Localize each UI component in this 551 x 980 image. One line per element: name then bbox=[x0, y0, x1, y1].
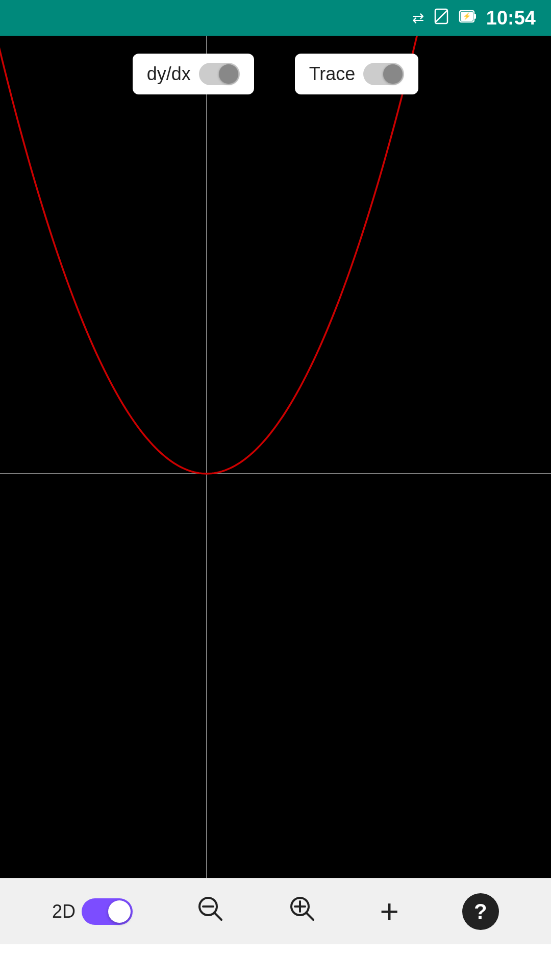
help-item[interactable]: ? bbox=[462, 893, 499, 930]
controls-overlay: dy/dx Trace bbox=[0, 54, 551, 94]
zoom-out-icon bbox=[196, 894, 224, 929]
bottom-toolbar: 2D bbox=[0, 878, 551, 944]
mode-2d-label: 2D bbox=[52, 901, 76, 922]
dydx-knob bbox=[219, 64, 238, 84]
help-label: ? bbox=[474, 899, 487, 924]
signal-icon bbox=[433, 8, 449, 28]
mode-2d-toggle[interactable] bbox=[82, 898, 133, 925]
mode-2d-item: 2D bbox=[52, 898, 133, 925]
zoom-in-item[interactable] bbox=[288, 894, 316, 929]
dydx-toggle-box[interactable]: dy/dx bbox=[133, 54, 254, 94]
graph-canvas bbox=[0, 36, 551, 944]
battery-icon: ⚡ bbox=[459, 7, 477, 29]
status-bar: ⇄ ⚡ 10:54 bbox=[0, 0, 551, 36]
trace-toggle[interactable] bbox=[363, 63, 404, 85]
zoom-in-icon bbox=[288, 894, 316, 929]
trace-label: Trace bbox=[309, 63, 356, 85]
help-icon: ? bbox=[462, 893, 499, 930]
graph-area[interactable]: dy/dx Trace 2D bbox=[0, 36, 551, 944]
add-icon: + bbox=[380, 895, 398, 928]
svg-line-1 bbox=[435, 10, 447, 22]
svg-line-10 bbox=[214, 913, 221, 920]
trace-toggle-box[interactable]: Trace bbox=[295, 54, 419, 94]
svg-rect-3 bbox=[474, 14, 476, 19]
mode-2d-knob bbox=[108, 900, 131, 923]
add-item[interactable]: + bbox=[380, 895, 398, 928]
zoom-out-item[interactable] bbox=[196, 894, 224, 929]
dydx-label: dy/dx bbox=[147, 63, 191, 85]
svg-text:⚡: ⚡ bbox=[463, 12, 471, 20]
trace-knob bbox=[383, 64, 403, 84]
dydx-toggle[interactable] bbox=[199, 63, 240, 85]
status-time: 10:54 bbox=[486, 7, 536, 29]
svg-line-14 bbox=[306, 913, 313, 920]
wifi-icon: ⇄ bbox=[412, 10, 424, 27]
